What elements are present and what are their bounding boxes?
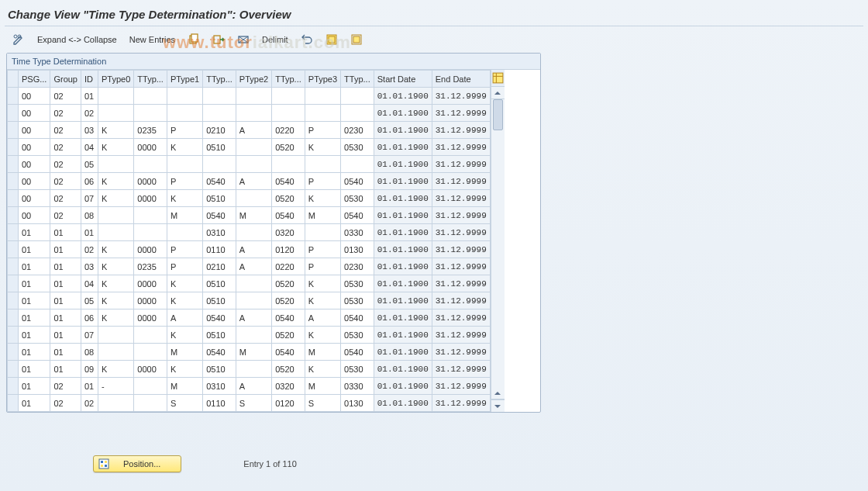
cell-id[interactable]: 07 [81,327,98,344]
column-header-tt0[interactable]: TTyp... [134,71,167,88]
cell-pt0[interactable] [98,88,133,105]
cell-group[interactable]: 02 [50,190,81,207]
copy-as-button[interactable] [208,31,229,48]
cell-pt0[interactable] [98,105,133,122]
row-selector[interactable] [8,105,19,122]
row-selector[interactable] [8,378,19,395]
cell-ed[interactable]: 31.12.9999 [432,156,490,173]
cell-tt1[interactable]: 0510 [203,190,236,207]
cell-tt2[interactable]: 0520 [272,292,305,309]
cell-pt1[interactable] [167,88,202,105]
cell-id[interactable]: 02 [81,241,98,258]
cell-group[interactable]: 01 [50,361,81,378]
cell-tt1[interactable]: 0510 [203,139,236,156]
cell-pt1[interactable]: M [167,344,202,361]
deselect-all-button[interactable] [346,31,367,48]
cell-tt1[interactable]: 0540 [203,344,236,361]
cell-psg[interactable]: 01 [19,309,50,327]
cell-psg[interactable]: 00 [19,207,50,224]
cell-psg[interactable]: 00 [19,105,50,122]
cell-group[interactable]: 02 [50,139,81,156]
table-row[interactable]: 010102K0000P0110A0120P013001.01.190031.1… [8,241,491,258]
cell-ed[interactable]: 31.12.9999 [432,258,490,275]
cell-id[interactable]: 03 [81,258,98,275]
table-row[interactable]: 010107K05100520K053001.01.190031.12.9999 [8,327,491,344]
cell-tt2[interactable]: 0540 [272,344,305,361]
table-row[interactable]: 000208M0540M0540M054001.01.190031.12.999… [8,207,491,224]
cell-pt1[interactable]: K [167,190,202,207]
cell-pt1[interactable] [167,105,202,122]
table-row[interactable]: 00020101.01.190031.12.9999 [8,88,491,105]
cell-pt0[interactable] [98,207,133,224]
cell-sd[interactable]: 01.01.1900 [374,395,432,412]
cell-tt1[interactable]: 0540 [203,207,236,224]
cell-group[interactable]: 01 [50,309,81,327]
select-all-button[interactable] [321,31,343,48]
cell-id[interactable]: 06 [81,309,98,327]
cell-id[interactable]: 01 [81,224,98,241]
cell-tt0[interactable] [134,327,167,344]
cell-group[interactable]: 02 [50,88,81,105]
cell-pt3[interactable] [305,88,340,105]
cell-pt2[interactable]: A [236,241,271,258]
cell-pt2[interactable] [236,88,271,105]
cell-group[interactable]: 02 [50,156,81,173]
row-selector[interactable] [8,88,19,105]
cell-pt2[interactable] [236,224,271,241]
cell-tt1[interactable]: 0210 [203,122,236,139]
cell-tt1[interactable]: 0210 [203,258,236,275]
cell-tt0[interactable] [134,105,167,122]
row-selector[interactable] [8,275,19,292]
cell-tt2[interactable]: 0320 [272,378,305,395]
cell-tt0[interactable]: 0235 [134,122,167,139]
table-row[interactable]: 000206K0000P0540A0540P054001.01.190031.1… [8,173,491,190]
cell-ed[interactable]: 31.12.9999 [432,190,490,207]
new-entries-button[interactable]: New Entries [125,31,180,48]
cell-pt0[interactable]: K [98,361,133,378]
cell-pt2[interactable] [236,139,271,156]
cell-ed[interactable]: 31.12.9999 [432,207,490,224]
scroll-page-up-button[interactable] [491,387,505,399]
cell-ed[interactable]: 31.12.9999 [432,241,490,258]
cell-sd[interactable]: 01.01.1900 [374,224,432,241]
cell-id[interactable]: 07 [81,190,98,207]
cell-id[interactable]: 01 [81,378,98,395]
cell-tt0[interactable]: 0000 [134,241,167,258]
cell-pt0[interactable] [98,224,133,241]
cell-group[interactable]: 02 [50,105,81,122]
cell-tt3[interactable]: 0230 [341,122,374,139]
delimit-button[interactable]: Delimit [257,31,293,48]
cell-pt3[interactable]: P [305,173,340,190]
table-row[interactable]: 010104K0000K05100520K053001.01.190031.12… [8,275,491,292]
cell-tt3[interactable]: 0530 [341,361,374,378]
row-selector[interactable] [8,122,19,139]
cell-tt0[interactable]: 0000 [134,190,167,207]
cell-pt3[interactable]: S [305,395,340,412]
cell-tt1[interactable]: 0310 [203,378,236,395]
cell-tt2[interactable]: 0520 [272,275,305,292]
cell-sd[interactable]: 01.01.1900 [374,190,432,207]
table-row[interactable]: 010202S0110S0120S013001.01.190031.12.999… [8,395,491,412]
column-header-ed[interactable]: End Date [432,71,490,88]
cell-pt2[interactable]: S [236,395,271,412]
cell-tt3[interactable]: 0130 [341,395,374,412]
cell-group[interactable]: 02 [50,207,81,224]
scroll-down-button[interactable] [491,399,505,412]
cell-pt2[interactable] [236,156,271,173]
cell-pt1[interactable]: K [167,361,202,378]
cell-tt1[interactable]: 0310 [203,224,236,241]
cell-tt2[interactable] [272,105,305,122]
table-row[interactable]: 010106K0000A0540A0540A054001.01.190031.1… [8,309,491,327]
row-selector[interactable] [8,327,19,344]
cell-pt2[interactable] [236,361,271,378]
cell-tt3[interactable] [341,105,374,122]
cell-tt3[interactable]: 0530 [341,275,374,292]
cell-psg[interactable]: 00 [19,139,50,156]
cell-tt2[interactable]: 0540 [272,173,305,190]
cell-psg[interactable]: 01 [19,258,50,275]
cell-pt0[interactable]: K [98,190,133,207]
table-row[interactable]: 01010103100320033001.01.190031.12.9999 [8,224,491,241]
cell-pt1[interactable] [167,156,202,173]
table-row[interactable]: 000204K0000K05100520K053001.01.190031.12… [8,139,491,156]
cell-pt2[interactable]: A [236,309,271,327]
